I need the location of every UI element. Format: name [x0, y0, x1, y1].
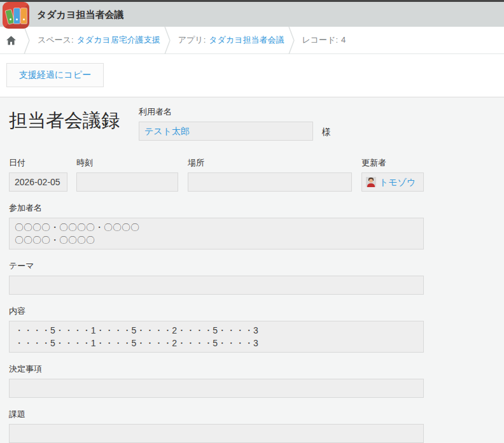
breadcrumb-record-prefix: レコード:	[302, 35, 339, 45]
chevron-separator-icon	[288, 27, 295, 54]
user-name-value-box: テスト太郎	[139, 122, 313, 141]
home-icon[interactable]	[6, 36, 16, 45]
theme-value-box	[9, 276, 424, 295]
user-name-link[interactable]: テスト太郎	[144, 126, 190, 136]
user-name-line: テスト太郎 様	[139, 122, 331, 141]
toolbar: 支援経過にコピー	[0, 54, 504, 97]
user-avatar-icon	[366, 177, 376, 187]
date-value-box: 2026-02-05	[9, 172, 67, 192]
breadcrumb-space-link[interactable]: タダカヨ居宅介護支援	[77, 35, 160, 45]
updater-value-box: トモゾウ	[361, 172, 424, 192]
chevron-separator-icon	[164, 27, 171, 54]
decisions-value-box	[9, 379, 424, 398]
participants-field-group: 参加者名 〇〇〇〇・〇〇〇〇・〇〇〇〇 〇〇〇〇・〇〇〇〇	[9, 202, 424, 250]
updater-field-group: 更新者 トモゾウ	[361, 157, 424, 192]
breadcrumb-space: スペース:タダカヨ居宅介護支援	[38, 34, 160, 46]
breadcrumb-record-number: 4	[341, 35, 346, 45]
app-title: タダカヨ担当者会議	[37, 8, 123, 20]
content-value-box: ・・・・5・・・・1・・・・5・・・・2・・・・5・・・・3 ・・・・5・・・・…	[9, 321, 424, 353]
app-header: タダカヨ担当者会議	[0, 2, 504, 27]
title-row: 担当者会議録 利用者名 テスト太郎 様	[9, 106, 424, 141]
binders-app-icon	[3, 2, 29, 29]
breadcrumb-app: アプリ:タダカヨ担当者会議	[178, 34, 284, 46]
binder-blue-icon	[14, 8, 20, 24]
breadcrumb-record: レコード:4	[302, 34, 346, 46]
place-value-box	[188, 172, 352, 192]
record-detail: 担当者会議録 利用者名 テスト太郎 様 日付 2026-02-05	[0, 97, 504, 443]
page: タダカヨ担当者会議 スペース:タダカヨ居宅介護支援 アプリ:タダカヨ担当者会議 …	[0, 0, 504, 443]
record-fields: 担当者会議録 利用者名 テスト太郎 様 日付 2026-02-05	[9, 106, 424, 443]
theme-label: テーマ	[9, 260, 424, 272]
breadcrumb-app-prefix: アプリ:	[178, 35, 206, 45]
decisions-label: 決定事項	[9, 363, 424, 375]
binder-orange-icon	[21, 8, 27, 24]
breadcrumb-app-link[interactable]: タダカヨ担当者会議	[209, 35, 284, 45]
content-label: 内容	[9, 306, 424, 317]
breadcrumb: スペース:タダカヨ居宅介護支援 アプリ:タダカヨ担当者会議 レコード:4	[0, 27, 504, 54]
date-label: 日付	[9, 157, 67, 169]
date-time-row: 日付 2026-02-05 時刻 場所 更新者	[9, 157, 424, 192]
issues-value-box	[9, 424, 424, 443]
user-name-suffix: 様	[322, 127, 331, 141]
record-title: 担当者会議録	[9, 109, 139, 132]
breadcrumb-space-prefix: スペース:	[38, 35, 74, 45]
issues-field-group: 課題	[9, 409, 424, 443]
theme-field-group: テーマ	[9, 260, 424, 295]
decisions-field-group: 決定事項	[9, 363, 424, 398]
updater-label: 更新者	[361, 157, 424, 169]
issues-label: 課題	[9, 409, 424, 420]
place-field-group: 場所	[188, 157, 352, 192]
time-label: 時刻	[76, 157, 178, 169]
updater-link[interactable]: トモゾウ	[379, 173, 416, 191]
date-field-group: 日付 2026-02-05	[9, 157, 67, 192]
participants-label: 参加者名	[9, 202, 424, 214]
user-name-label: 利用者名	[139, 106, 331, 118]
time-value-box	[76, 172, 178, 192]
participants-value-box: 〇〇〇〇・〇〇〇〇・〇〇〇〇 〇〇〇〇・〇〇〇〇	[9, 218, 424, 250]
copy-to-support-log-button[interactable]: 支援経過にコピー	[6, 63, 104, 87]
place-label: 場所	[188, 157, 352, 169]
chevron-separator-icon	[24, 27, 30, 54]
user-name-field-group: 利用者名 テスト太郎 様	[139, 106, 331, 141]
content-field-group: 内容 ・・・・5・・・・1・・・・5・・・・2・・・・5・・・・3 ・・・・5・…	[9, 306, 424, 353]
time-field-group: 時刻	[76, 157, 178, 192]
